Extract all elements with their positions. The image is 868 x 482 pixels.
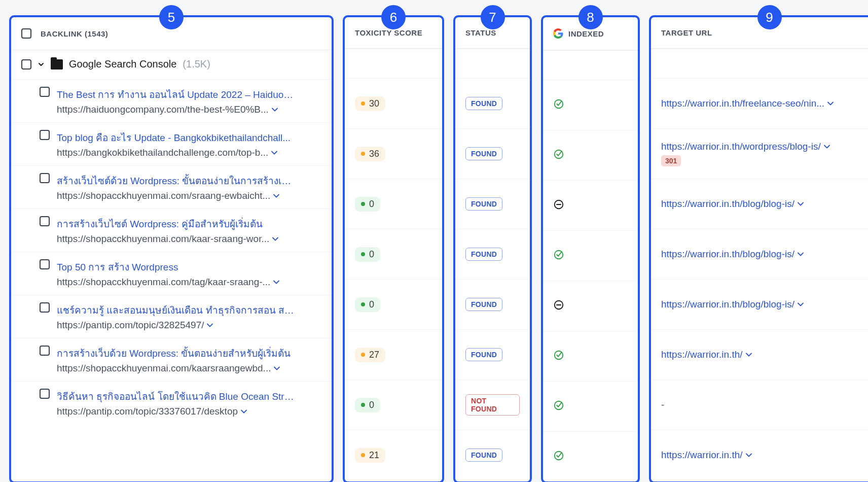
- caret-down-icon[interactable]: [271, 151, 277, 155]
- caret-down-icon[interactable]: [241, 409, 247, 414]
- callout-9: 9: [757, 5, 782, 29]
- caret-down-icon[interactable]: [798, 202, 804, 206]
- toxicity-pill: 30: [355, 96, 385, 111]
- table-row: FOUND: [455, 229, 530, 279]
- backlink-title[interactable]: Top 50 การ สร้าง Wordpress: [57, 259, 295, 274]
- group-row[interactable]: Google Search Console (1.5K): [11, 50, 332, 79]
- target-url[interactable]: https://warrior.in.th/freelance-seo/nin.…: [661, 98, 824, 109]
- check-circle-icon: [553, 400, 564, 414]
- col-header-backlink-label: BACKLINK (1543): [41, 29, 108, 38]
- table-row: NOT FOUND: [455, 380, 530, 430]
- table-row: https://warrior.in.th/: [651, 430, 868, 480]
- backlink-title[interactable]: สร้างเว็บไซต์ด้วย Wordpress: ขั้นตอนง่าย…: [57, 173, 295, 188]
- table-row: Top blog คือ อะไร Update - Bangkokbiketh…: [11, 122, 332, 165]
- table-row: แชร์ความรู้ และสอนมนุษย์เงินเดือน ทำธุรก…: [11, 295, 332, 338]
- table-row: -: [651, 380, 868, 430]
- row-checkbox[interactable]: [40, 173, 50, 183]
- group-spacer: [651, 49, 868, 78]
- backlink-url[interactable]: https://shopacckhuyenmai.com/kaarsraange…: [57, 363, 271, 374]
- row-checkbox[interactable]: [40, 346, 50, 356]
- target-url-empty: -: [661, 399, 664, 410]
- http-status-badge: 301: [661, 155, 681, 166]
- backlinks-table: 5 BACKLINK (1543) Google Search Console …: [9, 5, 859, 482]
- table-row: 36: [345, 128, 442, 179]
- backlink-title[interactable]: การสร้างเว็บด้วย Wordpress: ขั้นตอนง่ายส…: [57, 346, 295, 361]
- table-row: [543, 230, 638, 281]
- table-row: https://warrior.in.th/blog/blog-is/: [651, 179, 868, 229]
- caret-down-icon[interactable]: [272, 237, 278, 241]
- backlink-url[interactable]: https://shopacckhuyenmai.com/kaar-sraang…: [57, 233, 269, 245]
- caret-down-icon[interactable]: [746, 453, 752, 457]
- target-url[interactable]: https://warrior.in.th/: [661, 450, 743, 461]
- target-url[interactable]: https://warrior.in.th/wordpress/blog-is/: [661, 141, 821, 152]
- row-checkbox[interactable]: [40, 302, 50, 313]
- table-row: https://warrior.in.th/blog/blog-is/: [651, 229, 868, 279]
- caret-down-icon[interactable]: [274, 366, 280, 370]
- backlink-url[interactable]: https://pantip.com/topic/32825497/: [57, 320, 204, 331]
- dot-icon: [361, 152, 365, 156]
- row-checkbox[interactable]: [40, 389, 50, 399]
- caret-down-icon[interactable]: [207, 323, 213, 327]
- backlink-title[interactable]: The Best การ ทํางาน ออนไลน์ Update 2022 …: [57, 87, 295, 102]
- backlink-url[interactable]: https://shopacckhuyenmai.com/sraang-ewba…: [57, 190, 270, 201]
- caret-down-icon[interactable]: [272, 108, 278, 112]
- caret-down-icon[interactable]: [827, 101, 834, 106]
- backlink-url[interactable]: https://shopacckhuyenmai.com/tag/kaar-sr…: [57, 277, 270, 288]
- chevron-down-icon[interactable]: [38, 61, 45, 68]
- callout-5: 5: [159, 5, 184, 29]
- target-url[interactable]: https://warrior.in.th/blog/blog-is/: [661, 249, 794, 260]
- toxicity-value: 36: [369, 149, 379, 159]
- table-row: FOUND: [455, 128, 530, 179]
- table-row: FOUND: [455, 430, 530, 480]
- target-url[interactable]: https://warrior.in.th/blog/blog-is/: [661, 198, 794, 210]
- backlink-title[interactable]: การสร้างเว็บไซต์ Wordpress: คู่มือสำหรับ…: [57, 216, 295, 231]
- group-checkbox[interactable]: [21, 59, 31, 70]
- caret-down-icon[interactable]: [824, 145, 830, 149]
- toxicity-value: 30: [369, 98, 379, 109]
- check-circle-icon: [553, 249, 564, 263]
- table-row: [543, 281, 638, 331]
- col-backlink: 5 BACKLINK (1543) Google Search Console …: [9, 15, 334, 482]
- caret-down-icon[interactable]: [273, 280, 279, 284]
- status-badge: FOUND: [465, 348, 502, 361]
- dot-icon: [361, 302, 365, 306]
- backlink-title[interactable]: วิธีค้นหา ธุรกิจออนไลน์ โดยใช้แนวคิด Blu…: [57, 389, 295, 404]
- backlink-url[interactable]: https://haiduongcompany.com/the-best-%E0…: [57, 104, 269, 115]
- table-row: [543, 130, 638, 180]
- status-badge: FOUND: [465, 298, 502, 311]
- row-checkbox[interactable]: [40, 130, 50, 140]
- toxicity-pill: 0: [355, 297, 380, 312]
- group-spacer: [543, 50, 638, 80]
- dot-icon: [361, 353, 365, 357]
- toxicity-pill: 27: [355, 348, 385, 362]
- toxicity-pill: 36: [355, 147, 385, 161]
- table-row: 30: [345, 78, 442, 128]
- row-checkbox[interactable]: [40, 87, 50, 97]
- target-url[interactable]: https://warrior.in.th/: [661, 349, 743, 360]
- caret-down-icon[interactable]: [273, 194, 279, 198]
- table-row: The Best การ ทํางาน ออนไลน์ Update 2022 …: [11, 79, 332, 122]
- toxicity-value: 27: [369, 350, 379, 360]
- callout-7: 7: [481, 5, 505, 29]
- caret-down-icon[interactable]: [798, 302, 804, 306]
- status-badge: FOUND: [465, 197, 502, 211]
- row-checkbox[interactable]: [40, 259, 50, 269]
- col-toxicity: 6 TOXICITY SCORE 30 36 0 0 0 27 0 2: [343, 15, 444, 482]
- caret-down-icon[interactable]: [798, 252, 804, 256]
- table-row: 21: [345, 430, 442, 480]
- table-row: 0: [345, 380, 442, 430]
- backlink-url[interactable]: https://bangkokbikethailandchallenge.com…: [57, 147, 268, 158]
- caret-down-icon[interactable]: [746, 353, 752, 357]
- toxicity-value: 0: [369, 299, 374, 310]
- table-row: [543, 180, 638, 230]
- table-row: FOUND: [455, 329, 530, 380]
- table-row: https://warrior.in.th/: [651, 329, 868, 380]
- dot-icon: [361, 403, 365, 407]
- backlink-title[interactable]: Top blog คือ อะไร Update - Bangkokbiketh…: [57, 130, 295, 145]
- backlink-url[interactable]: https://pantip.com/topic/33376017/deskto…: [57, 406, 238, 417]
- backlink-title[interactable]: แชร์ความรู้ และสอนมนุษย์เงินเดือน ทำธุรก…: [57, 302, 295, 318]
- row-checkbox[interactable]: [40, 216, 50, 226]
- select-all-checkbox[interactable]: [21, 28, 31, 39]
- dot-icon: [361, 202, 365, 206]
- target-url[interactable]: https://warrior.in.th/blog/blog-is/: [661, 299, 794, 310]
